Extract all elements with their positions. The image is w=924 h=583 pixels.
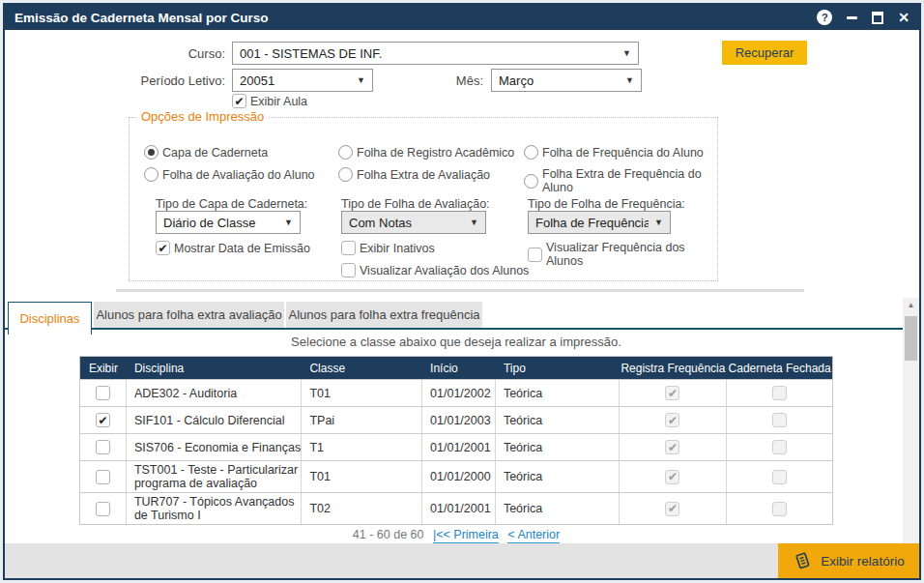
folha-frequencia-radio[interactable]	[524, 145, 538, 160]
scrollbar-thumb[interactable]	[905, 316, 917, 361]
chevron-down-icon: ▼	[284, 218, 293, 227]
exibir-inativos-option: Exibir Inativos	[341, 241, 435, 255]
exibir-relatorio-button[interactable]: Exibir relatório	[778, 543, 919, 578]
folha-registro-radio[interactable]	[338, 145, 353, 160]
help-icon[interactable]: ?	[817, 10, 832, 25]
pagination-previous-link[interactable]: < Anterior	[507, 528, 560, 544]
visualizar-frequencia-label: Visualizar Frequência dos Alunos	[546, 241, 717, 268]
tipo-cell: Teórica	[496, 434, 620, 460]
visualizar-frequencia-checkbox[interactable]	[528, 248, 542, 262]
curso-value: 001 - SISTEMAS DE INF.	[240, 46, 382, 61]
mes-label: Mês:	[372, 73, 483, 88]
tipo-capa-label: Tipo de Capa de Caderneta:	[156, 197, 307, 211]
registra-frequencia-cell	[620, 407, 728, 433]
tipo-capa-value: Diário de Classe	[163, 216, 255, 230]
tab-alunos-folha-extra-frequencia[interactable]: Alunos para folha extra frequência	[286, 302, 482, 328]
exibir-inativos-label: Exibir Inativos	[360, 242, 435, 255]
tipo-cell: Teórica	[496, 407, 620, 433]
caderneta-fechada-cell	[727, 461, 832, 492]
chevron-down-icon: ▼	[622, 48, 631, 58]
inicio-cell: 01/01/2002	[422, 380, 496, 406]
report-icon	[793, 551, 812, 570]
header-classe: Classe	[302, 360, 422, 377]
exibir-cell	[80, 493, 127, 524]
exibir-checkbox[interactable]	[96, 386, 110, 400]
folha-avaliacao-radio[interactable]	[144, 167, 159, 182]
exibir-checkbox[interactable]	[96, 502, 110, 516]
header-disciplina: Disciplina	[127, 360, 303, 377]
radio-label: Folha de Registro Acadêmico	[357, 146, 514, 160]
tipo-folha-frequencia-select: Folha de Frequência do Al ▼	[528, 211, 671, 234]
tab-alunos-folha-extra-avaliacao[interactable]: Alunos para folha extra avaliação	[94, 302, 284, 328]
radio-label: Capa de Caderneta	[162, 146, 268, 160]
exibir-aula-checkbox[interactable]	[232, 94, 246, 108]
pagination-first-link[interactable]: |<< Primeira	[433, 528, 499, 544]
caderneta-fechada-checkbox	[772, 413, 787, 427]
exibir-cell	[80, 380, 127, 406]
tab-disciplinas[interactable]: Disciplinas	[8, 302, 92, 335]
maximize-icon[interactable]	[872, 12, 883, 24]
exibir-relatorio-label: Exibir relatório	[821, 554, 904, 568]
recuperar-button[interactable]: Recuperar	[722, 41, 807, 65]
disciplines-table-body: ADE302 - AuditoriaT0101/01/2002TeóricaSI…	[80, 379, 832, 524]
close-icon[interactable]: ✕	[898, 10, 910, 25]
inicio-cell: 01/01/2001	[422, 434, 496, 460]
pagination-range: 41 - 60 de 60	[353, 528, 424, 541]
header-exibir: Exibir	[80, 360, 127, 377]
tipo-folha-frequencia-value: Folha de Frequência do Al	[535, 216, 649, 230]
footer-bar: Exibir relatório	[5, 543, 919, 578]
caderneta-fechada-checkbox	[772, 470, 787, 484]
exibir-cell	[80, 461, 127, 492]
classe-cell: T1	[302, 434, 422, 460]
header-caderneta-fechada: Caderneta Fechada	[727, 360, 832, 377]
chevron-down-icon: ▼	[654, 218, 663, 227]
minimize-icon[interactable]	[847, 16, 857, 19]
exibir-checkbox[interactable]	[96, 470, 110, 484]
mes-value: Março	[499, 73, 534, 88]
pagination: 41 - 60 de 60 |<< Primeira < Anterior	[79, 528, 833, 541]
periodo-letivo-select[interactable]: 20051 ▼	[232, 69, 373, 92]
radio-label: Folha Extra de Frequência do Aluno	[542, 167, 717, 194]
inicio-cell: 01/01/2003	[422, 407, 496, 433]
caderneta-fechada-cell	[727, 493, 832, 524]
classe-cell: TPai	[302, 407, 422, 433]
disciplina-cell: TUR707 - Tópicos Avançados de Turismo I	[127, 493, 303, 524]
exibir-checkbox[interactable]	[96, 440, 110, 454]
scroll-up-icon[interactable]: ▲	[903, 301, 919, 309]
disciplina-cell: ADE302 - Auditoria	[127, 380, 303, 406]
caderneta-fechada-cell	[727, 407, 832, 433]
mostrar-data-checkbox[interactable]	[156, 241, 170, 255]
disciplina-cell: SIS706 - Economia e Finanças	[127, 434, 303, 460]
tipo-folha-frequencia-label: Tipo de Folha de Frequência:	[528, 197, 685, 211]
dialog-window: Emissão de Caderneta Mensal por Curso ? …	[3, 3, 921, 580]
caderneta-fechada-checkbox	[772, 386, 787, 400]
exibir-cell	[80, 434, 127, 460]
exibir-checkbox[interactable]	[96, 413, 110, 427]
curso-select[interactable]: 001 - SISTEMAS DE INF. ▼	[232, 42, 639, 65]
radio-label: Folha Extra de Avaliação	[357, 168, 490, 182]
exibir-aula-option: Exibir Aula	[232, 94, 307, 108]
chevron-down-icon: ▼	[625, 75, 634, 85]
radio-option: Folha Extra de Avaliação	[338, 167, 490, 182]
tipo-cell: Teórica	[496, 461, 620, 492]
table-row: ADE302 - AuditoriaT0101/01/2002Teórica	[80, 379, 832, 406]
tipo-folha-avaliacao-label: Tipo de Folha de Avaliação:	[341, 197, 490, 211]
table-row: TST001 - Teste - Particularizar programa…	[80, 460, 832, 492]
curso-label: Curso:	[5, 46, 225, 61]
exibir-inativos-checkbox[interactable]	[341, 241, 356, 255]
capa-caderneta-radio[interactable]	[144, 145, 159, 160]
registra-frequencia-checkbox	[665, 440, 679, 454]
vertical-scrollbar[interactable]: ▲	[903, 298, 919, 543]
visualizar-avaliacao-checkbox[interactable]	[341, 263, 356, 277]
title-bar: Emissão de Caderneta Mensal por Curso ? …	[5, 5, 919, 30]
folha-extra-frequencia-radio[interactable]	[524, 174, 538, 189]
tipo-capa-select[interactable]: Diário de Classe ▼	[156, 211, 301, 234]
opcoes-impressao-fieldset: Opções de Impressão Capa de Caderneta Fo…	[129, 117, 718, 281]
tipo-cell: Teórica	[496, 493, 620, 524]
table-row: SIS706 - Economia e FinançasT101/01/2001…	[80, 433, 832, 460]
inicio-cell: 01/01/2000	[422, 461, 496, 492]
classe-cell: T01	[302, 461, 422, 492]
mes-select[interactable]: Março ▼	[491, 69, 642, 92]
periodo-letivo-value: 20051	[240, 73, 274, 88]
folha-extra-avaliacao-radio[interactable]	[338, 167, 353, 182]
